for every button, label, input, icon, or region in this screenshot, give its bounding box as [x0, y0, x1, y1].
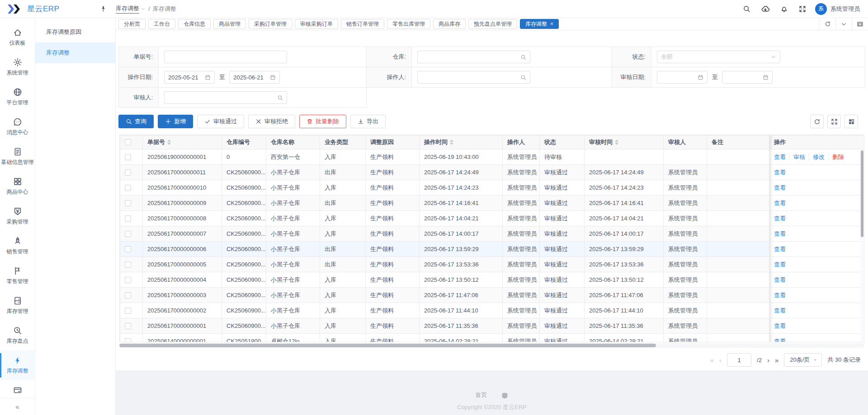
sidebar-item-message[interactable]: 消息中心 [0, 112, 35, 142]
tab-analysis[interactable]: 分析页 [118, 19, 146, 29]
action-view-link[interactable]: 查看 [774, 261, 789, 269]
action-view-link[interactable]: 查看 [774, 153, 789, 161]
sort-icon[interactable] [167, 138, 171, 147]
action-view-link[interactable]: 查看 [774, 291, 789, 299]
action-delete-link[interactable]: 删除 [828, 153, 848, 161]
status-select[interactable]: 全部 [657, 51, 780, 63]
sidebar-item-stock-adjust[interactable]: 库存调整 [0, 350, 35, 380]
tab-retail-outbound[interactable]: 零售出库管理 [387, 19, 430, 29]
tab-purchase-order[interactable]: 采购订单管理 [249, 19, 292, 29]
sidebar-item-inventory[interactable]: 库存管理 [0, 291, 35, 321]
batch-delete-button[interactable]: 批量删除 [299, 115, 346, 128]
tab-stock-adjust[interactable]: 库存调整× [520, 19, 559, 29]
add-button[interactable]: 新增 [158, 115, 193, 128]
row-checkbox[interactable] [125, 200, 131, 206]
auditor-input[interactable] [164, 91, 287, 104]
action-view-link[interactable]: 查看 [774, 337, 789, 343]
tab-warehouse-info[interactable]: 仓库信息 [178, 19, 211, 29]
submenu-item-stock-adjust[interactable]: 库存调整 [35, 42, 115, 63]
horizontal-scrollbar-thumb[interactable] [119, 344, 656, 347]
tab-product-stock[interactable]: 商品库存 [433, 19, 466, 29]
sort-icon[interactable] [615, 138, 618, 147]
operator-input[interactable] [417, 71, 530, 84]
user-menu[interactable]: 系 系统管理员 [815, 3, 860, 15]
action-edit-link[interactable]: 修改 [809, 153, 828, 161]
columns-button[interactable] [844, 115, 858, 128]
sidebar-item-settlement[interactable]: 结算管理 [0, 380, 35, 398]
action-view-link[interactable]: 查看 [774, 184, 789, 192]
vertical-scrollbar-thumb[interactable] [861, 150, 863, 237]
auditdate-from-input[interactable] [657, 71, 708, 84]
tab-workbench[interactable]: 工作台 [148, 19, 175, 29]
sidebar-item-sales[interactable]: 销售管理 [0, 231, 35, 261]
docno-input[interactable] [164, 51, 287, 63]
page-size-select[interactable]: 20条/页 [784, 353, 822, 367]
row-checkbox[interactable] [125, 215, 131, 222]
opdate-to-input[interactable]: 2025-06-21 [229, 71, 280, 84]
row-checkbox[interactable] [125, 154, 131, 160]
sidebar-item-stocktake[interactable]: 库存盘点 [0, 321, 35, 350]
fullscreen-icon[interactable] [799, 5, 806, 13]
fullscreen-button[interactable] [827, 115, 841, 128]
sidebar-item-retail[interactable]: 零售管理 [0, 261, 35, 291]
sidebar-item-dashboard[interactable]: 仪表板 [0, 23, 35, 52]
row-checkbox[interactable] [125, 292, 131, 298]
warehouse-input[interactable] [417, 51, 530, 63]
reject-button[interactable]: 审核拒绝 [248, 115, 295, 128]
action-view-link[interactable]: 查看 [774, 168, 789, 177]
auditdate-to-input[interactable] [722, 71, 773, 84]
approve-button[interactable]: 审核通过 [197, 115, 244, 128]
sort-icon[interactable] [450, 138, 453, 147]
tab-sales-order[interactable]: 销售订单管理 [341, 19, 384, 29]
cloud-download-icon[interactable] [761, 5, 769, 13]
tab-audit-purchase[interactable]: 审核采购订单 [295, 19, 338, 29]
search-icon[interactable] [743, 5, 750, 13]
tabs-menu-button[interactable] [835, 18, 852, 30]
sidebar-item-product[interactable]: 商品中心 [0, 172, 35, 201]
sidebar-collapse-button[interactable]: « [0, 398, 35, 415]
breadcrumb-menu-dropdown[interactable]: 库存调整 [116, 5, 146, 14]
column-audittime[interactable]: 审核时间 [585, 135, 664, 149]
action-view-link[interactable]: 查看 [774, 322, 789, 330]
footer-home-link[interactable]: 首页 [476, 391, 487, 399]
action-view-link[interactable]: 查看 [774, 307, 789, 315]
column-optime[interactable]: 操作时间 [420, 135, 503, 149]
action-view-link[interactable]: 查看 [774, 214, 789, 223]
action-view-link[interactable]: 查看 [774, 199, 789, 207]
tab-close-icon[interactable]: × [550, 21, 553, 27]
refresh-button[interactable] [810, 115, 824, 128]
tab-pre-stocktake[interactable]: 预先盘点单管理 [468, 19, 517, 29]
sidebar-item-purchase[interactable]: 采购管理 [0, 201, 35, 231]
row-checkbox[interactable] [125, 231, 131, 237]
row-checkbox[interactable] [125, 185, 131, 191]
export-button[interactable]: 导出 [350, 115, 386, 128]
row-checkbox[interactable] [125, 246, 131, 252]
content-fullscreen-button[interactable] [852, 18, 868, 30]
select-all-checkbox[interactable] [125, 139, 131, 145]
action-audit-link[interactable]: 审核 [789, 153, 809, 161]
tabs-refresh-button[interactable] [819, 18, 835, 30]
row-checkbox[interactable] [125, 323, 131, 329]
submenu-item-adjust-reason[interactable]: 库存调整原因 [35, 22, 115, 42]
last-page-button[interactable]: » [775, 356, 778, 364]
row-checkbox[interactable] [125, 261, 131, 268]
action-view-link[interactable]: 查看 [774, 245, 789, 253]
column-docno[interactable]: 单据号 [143, 135, 222, 149]
opdate-from-input[interactable]: 2025-05-21 [164, 71, 215, 84]
sidebar-item-system[interactable]: 系统管理 [0, 52, 35, 82]
bell-icon[interactable] [780, 5, 788, 13]
row-checkbox[interactable] [125, 169, 131, 176]
row-checkbox[interactable] [125, 277, 131, 283]
next-page-button[interactable]: › [767, 356, 769, 364]
row-checkbox[interactable] [125, 338, 131, 342]
action-view-link[interactable]: 查看 [774, 230, 789, 238]
sidebar-item-platform[interactable]: 平台管理 [0, 82, 35, 112]
page-input[interactable]: 1 [727, 353, 751, 367]
action-view-link[interactable]: 查看 [774, 276, 789, 284]
row-checkbox[interactable] [125, 308, 131, 314]
pin-icon[interactable] [100, 5, 107, 12]
tab-product-mgmt[interactable]: 商品管理 [213, 19, 246, 29]
query-button[interactable]: 查询 [118, 115, 154, 128]
sidebar-item-base-info[interactable]: 基础信息管理 [0, 142, 35, 172]
github-icon[interactable] [501, 392, 509, 399]
